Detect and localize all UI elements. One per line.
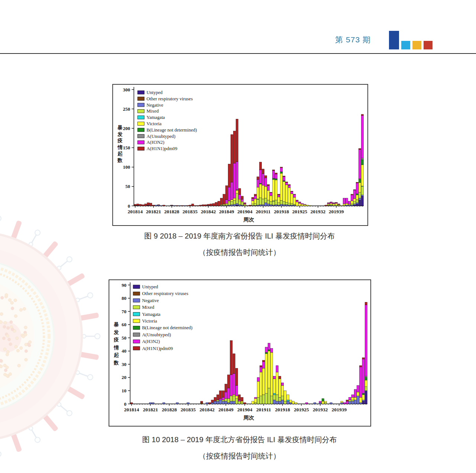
bar-segment: [330, 402, 332, 404]
bar-segment: [356, 200, 358, 203]
bar-segment: [227, 388, 229, 398]
bar-segment: [330, 204, 332, 205]
bar-segment: [233, 163, 235, 198]
bar-segment: [358, 179, 361, 179]
x-tick-label: 201828: [162, 407, 177, 412]
virus-spike-knob: [95, 334, 100, 339]
virus-core-dot: [10, 301, 13, 304]
bar-segment: [365, 380, 367, 387]
bar-segment: [254, 196, 256, 199]
bar-segment: [279, 401, 281, 404]
legend-swatch: [138, 103, 144, 107]
bar-segment: [324, 401, 327, 403]
bar-segment: [178, 205, 181, 206]
bar-segment: [356, 182, 358, 183]
bar-segment: [340, 205, 342, 206]
bar-segment: [273, 170, 275, 171]
bar-segment: [335, 204, 337, 205]
x-tick-label: 201835: [181, 407, 196, 412]
bar-segment: [260, 396, 262, 404]
bar-segment: [287, 401, 289, 404]
bar-segment: [262, 169, 264, 174]
bar-segment: [233, 131, 235, 163]
bar-segment: [293, 195, 296, 197]
bar-segment: [341, 402, 343, 404]
header-separator: [0, 53, 476, 54]
bar-segment: [357, 385, 359, 392]
x-tick-label: 201842: [201, 209, 216, 214]
bar-segment: [268, 350, 270, 351]
bar-segment: [171, 205, 173, 205]
virus-spike-knob: [87, 374, 94, 380]
legend-label: B(Lineage not determined): [142, 325, 192, 330]
bar-segment: [349, 397, 351, 400]
virus-spike-knob: [34, 436, 41, 443]
virus-core-dot: [11, 328, 14, 331]
bar-segment: [338, 204, 340, 204]
bar-segment: [265, 203, 267, 206]
bar-segment: [231, 135, 233, 182]
bar-segment: [270, 196, 272, 202]
bar-segment: [231, 205, 233, 206]
figure9-chart-svg: 0501001502002503002018142018212018282018…: [113, 85, 367, 225]
bar-segment: [354, 397, 356, 400]
bar-segment: [147, 203, 149, 205]
virus-core-dot: [16, 337, 19, 340]
bar-segment: [275, 179, 277, 180]
bar-segment: [348, 204, 350, 205]
bar-segment: [356, 183, 358, 194]
legend-label: Untyped: [142, 284, 158, 289]
virus-core-dot: [28, 344, 31, 347]
bar-segment: [358, 200, 361, 206]
bar-segment: [304, 204, 306, 205]
y-tick-label: 100: [123, 164, 131, 170]
bar-segment: [257, 205, 259, 206]
bar-segment: [281, 396, 283, 400]
legend-swatch: [133, 312, 140, 316]
bar-segment: [241, 402, 243, 404]
bar-segment: [327, 203, 329, 204]
legend-label: A(H1N1)pdm09: [142, 346, 173, 351]
bar-segment: [273, 201, 275, 205]
bar-segment: [281, 385, 283, 396]
legend-swatch: [138, 128, 144, 132]
bar-segment: [343, 402, 345, 404]
x-tick-label: 201911: [256, 209, 271, 214]
figure10-caption-line2: （按疫情报告时间统计）: [109, 451, 370, 461]
x-tick-label: 201939: [332, 407, 347, 412]
x-tick-label: 201932: [311, 209, 326, 214]
bar-segment: [130, 402, 132, 404]
bar-segment: [222, 397, 224, 400]
bar-segment: [268, 351, 270, 388]
virus-core-dot: [23, 307, 26, 310]
bar-segment: [345, 205, 348, 206]
bar-segment: [346, 400, 348, 401]
virus-core-dot: [16, 349, 19, 352]
bar-segment: [211, 402, 213, 404]
bar-segment: [354, 400, 356, 404]
x-tick-label: 201814: [128, 209, 143, 214]
bar-segment: [330, 203, 332, 204]
bar-segment: [260, 170, 262, 184]
bar-segment: [286, 182, 288, 182]
bar-segment: [276, 401, 278, 404]
logo-square-darkblue: [389, 31, 399, 49]
bar-segment: [270, 193, 272, 196]
bar-segment: [238, 400, 240, 401]
legend-label: A(H3N2): [142, 339, 160, 344]
bar-segment: [346, 401, 348, 404]
bar-segment: [280, 167, 283, 168]
bar-segment: [181, 205, 183, 206]
bar-segment: [365, 387, 367, 391]
y-axis-title-char: 情: [113, 345, 119, 350]
legend-swatch: [133, 347, 140, 350]
y-axis-title-char: 起: [113, 352, 119, 358]
y-tick-label: 50: [122, 335, 126, 341]
bar-segment: [225, 204, 228, 205]
issue-number-label: 第 573 期: [334, 35, 371, 45]
bar-segment: [286, 205, 288, 206]
bar-segment: [273, 171, 275, 178]
bar-segment: [351, 204, 353, 205]
bar-segment: [287, 400, 289, 401]
virus-spike-knob: [34, 229, 41, 236]
